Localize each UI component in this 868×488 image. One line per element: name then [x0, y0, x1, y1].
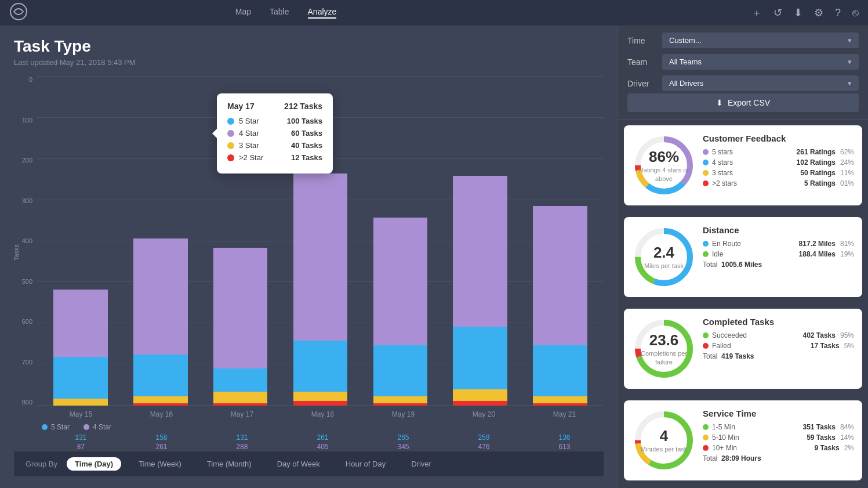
- distance-legend-idle: Idle 188.4 Miles 19%: [703, 250, 854, 258]
- x-count1-4: 265: [364, 433, 442, 442]
- bar-segment: [373, 218, 428, 345]
- service-info: Service Time 1-5 Min 351 Tasks 84% 5-10 …: [703, 409, 854, 462]
- y-label-800: 800: [14, 399, 32, 406]
- feedback-dot-2: [703, 180, 709, 186]
- service-pct-5-10: 14%: [840, 433, 854, 442]
- bar-segment: [293, 341, 348, 392]
- feedback-label-3: 3 stars: [712, 169, 797, 177]
- export-csv-button[interactable]: ⬇ Export CSV: [627, 93, 859, 112]
- bar-segment: [373, 396, 428, 403]
- bar-segment: [453, 327, 507, 389]
- settings-icon[interactable]: ⚙: [814, 6, 823, 19]
- feedback-label-2: >2 stars: [712, 179, 801, 187]
- y-label-200: 200: [14, 157, 32, 164]
- service-legend-1-5: 1-5 Min 351 Tasks 84%: [703, 423, 854, 431]
- distance-legend-enroute: En Route 817.2 Miles 81%: [703, 240, 854, 248]
- service-label-10plus: 10+ Min: [712, 444, 811, 452]
- legend-label-4star: 4 Star: [93, 423, 111, 431]
- card-service-time: 4 Minutes per task Service Time 1-5 Min …: [624, 400, 862, 480]
- bar-segment: [53, 357, 108, 399]
- filter-team-select[interactable]: All Teams ▾: [662, 54, 859, 70]
- completed-val-failed: 17 Tasks: [811, 342, 840, 350]
- logo[interactable]: [9, 2, 28, 23]
- bar-segment: [213, 248, 268, 368]
- feedback-metric-sub: Ratings 4 stars or above: [632, 166, 696, 183]
- completed-donut-center: 23.6 Completions per failure: [632, 331, 696, 366]
- nav-table[interactable]: Table: [270, 7, 289, 19]
- refresh-icon[interactable]: ↺: [773, 6, 782, 19]
- top-nav: Map Table Analyze ＋ ↺ ⬇ ⚙ ? ⎋: [0, 0, 868, 26]
- completed-legend-failed: Failed 17 Tasks 5%: [703, 342, 854, 350]
- bar-segment: [213, 392, 268, 403]
- help-icon[interactable]: ?: [835, 7, 841, 19]
- service-label-5-10: 5-10 Min: [712, 433, 803, 442]
- bar-group-may16[interactable]: [122, 76, 199, 406]
- feedback-pct-5: 62%: [840, 148, 854, 156]
- bar-segment: [533, 403, 587, 406]
- bar-group-may17[interactable]: [202, 76, 279, 406]
- x-count-row-1: 131158131261265259136: [14, 432, 604, 442]
- x-count1-5: 259: [445, 433, 523, 442]
- bar-segment: [373, 403, 428, 406]
- service-dot-5-10: [703, 435, 709, 440]
- group-by-driver[interactable]: Driver: [403, 457, 440, 471]
- nav-links: Map Table Analyze: [235, 7, 337, 19]
- download-icon[interactable]: ⬇: [794, 6, 802, 19]
- group-by-time-week[interactable]: Time (Week): [130, 457, 190, 471]
- group-by-hour-of-day[interactable]: Hour of Day: [337, 457, 394, 471]
- y-label-400: 400: [14, 237, 32, 244]
- x-count2-1: 261: [122, 443, 201, 451]
- logout-icon[interactable]: ⎋: [852, 7, 859, 19]
- completed-donut-chart: 23.6 Completions per failure: [632, 317, 696, 381]
- group-by-time-month[interactable]: Time (Month): [199, 457, 260, 471]
- bars-area: May 17 212 Tasks 5 Star 100 Tasks 4 Star…: [37, 76, 604, 406]
- distance-info: Distance En Route 817.2 Miles 81% Idle 1…: [703, 225, 854, 269]
- service-metric-sub: Minutes per task: [641, 445, 688, 453]
- distance-val-enroute: 817.2 Miles: [799, 240, 836, 248]
- legend-area: 5 Star 4 Star: [14, 418, 604, 431]
- bar-segment: [133, 238, 188, 355]
- filter-time-label: Time: [627, 36, 662, 45]
- legend-label-5star: 5 Star: [51, 423, 70, 431]
- filter-driver-row: Driver All Drivers ▾: [627, 75, 859, 91]
- filter-driver-select[interactable]: All Drivers ▾: [662, 75, 859, 91]
- y-label-500: 500: [14, 278, 32, 285]
- x-count-row-2: 87261288405345476613: [14, 442, 604, 451]
- nav-map[interactable]: Map: [235, 7, 251, 19]
- distance-metric-sub: Miles per task: [644, 262, 684, 270]
- group-by-time-day[interactable]: Time (Day): [67, 457, 121, 471]
- feedback-val-2: 5 Ratings: [804, 179, 836, 187]
- service-val-10plus: 9 Tasks: [815, 444, 840, 452]
- export-icon: ⬇: [716, 98, 723, 107]
- bars-wrapper: [37, 76, 604, 406]
- feedback-pct-4: 24%: [840, 158, 854, 167]
- completed-pct-failed: 5%: [844, 342, 854, 350]
- bar-group-may20[interactable]: [441, 76, 519, 406]
- service-title: Service Time: [703, 409, 854, 418]
- feedback-label-4: 4 stars: [712, 158, 793, 167]
- nav-analyze[interactable]: Analyze: [308, 7, 337, 19]
- distance-total-val: 1005.6 Miles: [721, 261, 762, 269]
- bar-segment: [133, 355, 188, 396]
- completed-val-succeeded: 402 Tasks: [802, 331, 836, 339]
- feedback-dot-5: [703, 149, 709, 155]
- legend-5star: 5 Star: [42, 423, 70, 431]
- completed-dot-succeeded: [703, 332, 709, 338]
- group-by-day-of-week[interactable]: Day of Week: [269, 457, 328, 471]
- filter-team-label: Team: [627, 57, 662, 67]
- completed-total-row: Total 419 Tasks: [703, 352, 854, 360]
- feedback-metric: 86%: [632, 148, 696, 166]
- y-label-300: 300: [14, 197, 32, 204]
- chart-subtitle: Last updated May 21, 2018 5:43 PM: [14, 58, 604, 67]
- x-axis: May 15May 16May 17May 18May 19May 20May …: [14, 406, 604, 418]
- add-icon[interactable]: ＋: [751, 6, 762, 20]
- x-count1-2: 131: [203, 433, 281, 442]
- chevron-down-icon: ▾: [848, 57, 852, 66]
- bar-group-may18[interactable]: [282, 76, 359, 406]
- filter-time-select[interactable]: Custom... ▾: [662, 32, 859, 48]
- completed-dot-failed: [703, 343, 709, 349]
- bar-group-may21[interactable]: [521, 76, 599, 406]
- feedback-legend-5stars: 5 stars 261 Ratings 62%: [703, 148, 854, 156]
- bar-group-may15[interactable]: [42, 76, 119, 406]
- bar-group-may19[interactable]: [361, 76, 439, 406]
